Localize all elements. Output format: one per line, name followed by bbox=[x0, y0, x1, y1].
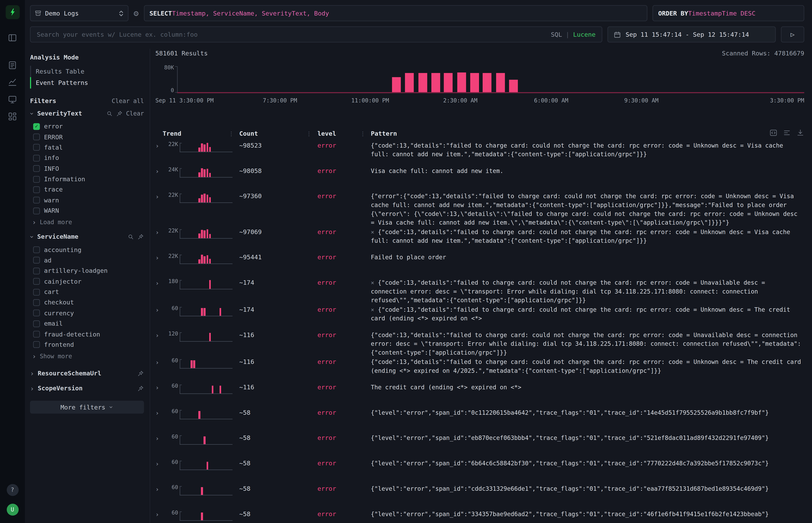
filter-checkbox-item[interactable]: fatal bbox=[30, 142, 144, 152]
table-row[interactable]: › 22K ~95441 error ×Failed to place orde… bbox=[155, 253, 804, 278]
service-group-header[interactable]: › ServiceName bbox=[30, 233, 144, 240]
search-icon[interactable] bbox=[106, 110, 113, 117]
json-view-icon[interactable] bbox=[770, 129, 777, 137]
expand-chevron-icon[interactable]: › bbox=[155, 194, 162, 200]
expand-chevron-icon[interactable]: › bbox=[155, 511, 162, 518]
checkbox[interactable] bbox=[33, 310, 40, 316]
clear-all-link[interactable]: Clear all bbox=[112, 97, 144, 105]
checkbox[interactable] bbox=[33, 289, 40, 295]
filter-checkbox-item[interactable]: email bbox=[30, 318, 144, 329]
table-row[interactable]: › 180 ~174 error ×{"code":13,"details":"… bbox=[155, 278, 804, 305]
table-row[interactable]: › 24K ~98058 error ×Visa cache full: can… bbox=[155, 167, 804, 192]
checkbox[interactable] bbox=[33, 278, 40, 285]
expand-chevron-icon[interactable]: › bbox=[155, 255, 162, 261]
expand-chevron-icon[interactable]: › bbox=[155, 143, 162, 149]
filter-checkbox-item[interactable]: cart bbox=[30, 287, 144, 297]
filter-checkbox-item[interactable]: cainjector bbox=[30, 276, 144, 287]
pin-icon[interactable] bbox=[116, 110, 123, 117]
user-avatar[interactable]: U bbox=[6, 504, 18, 516]
filter-checkbox-item[interactable]: currency bbox=[30, 308, 144, 318]
pin-icon[interactable] bbox=[137, 233, 144, 240]
checkbox[interactable] bbox=[33, 155, 40, 161]
filter-checkbox-item[interactable]: checkout bbox=[30, 297, 144, 308]
filter-checkbox-item[interactable]: error bbox=[30, 121, 144, 132]
expand-chevron-icon[interactable]: › bbox=[155, 410, 162, 416]
filter-checkbox-item[interactable]: INFO bbox=[30, 163, 144, 174]
load-more-link[interactable]: › Load more bbox=[30, 216, 144, 228]
severity-clear-link[interactable]: Clear bbox=[126, 110, 144, 117]
expand-chevron-icon[interactable]: › bbox=[155, 359, 162, 365]
logs-icon[interactable] bbox=[7, 60, 18, 70]
table-row[interactable]: › 60 ~58 error ×{"level":"error","span_i… bbox=[155, 485, 804, 509]
help-button[interactable]: ? bbox=[6, 484, 18, 496]
checkbox[interactable] bbox=[33, 299, 40, 306]
pin-icon[interactable] bbox=[137, 385, 144, 392]
search-icon[interactable] bbox=[127, 233, 134, 240]
settings-gear-icon[interactable]: ⚙ bbox=[134, 9, 139, 17]
filter-checkbox-item[interactable]: WARN bbox=[30, 205, 144, 216]
collapsed-filter-group[interactable]: › ResourceSchemaUrl bbox=[30, 370, 144, 377]
checkbox[interactable] bbox=[33, 123, 40, 130]
table-row[interactable]: › 60 ~116 error ×The credit card (ending… bbox=[155, 383, 804, 408]
table-row[interactable]: › 60 ~58 error ×{"level":"error","span_i… bbox=[155, 409, 804, 433]
source-select[interactable]: Demo Logs bbox=[30, 5, 128, 21]
table-row[interactable]: › 60 ~58 error ×{"level":"error","span_i… bbox=[155, 510, 804, 523]
monitor-icon[interactable] bbox=[7, 94, 18, 105]
checkbox[interactable] bbox=[33, 208, 40, 214]
chart-icon[interactable] bbox=[7, 77, 18, 88]
expand-chevron-icon[interactable]: › bbox=[155, 168, 162, 175]
expand-chevron-icon[interactable]: › bbox=[155, 332, 162, 339]
column-header-trend[interactable]: Trend⋮ bbox=[162, 130, 234, 137]
filter-checkbox-item[interactable]: trace bbox=[30, 184, 144, 195]
checkbox[interactable] bbox=[33, 144, 40, 151]
checkbox[interactable] bbox=[33, 246, 40, 253]
table-row[interactable]: › 60 ~116 error ×{"code":13,"details":"f… bbox=[155, 358, 804, 382]
table-row[interactable]: › 60 ~174 error ×{"code":13,"details":"f… bbox=[155, 305, 804, 330]
expand-chevron-icon[interactable]: › bbox=[155, 229, 162, 235]
checkbox[interactable] bbox=[33, 331, 40, 338]
filter-checkbox-item[interactable]: artillery-loadgen bbox=[30, 266, 144, 276]
column-header-level[interactable]: level⋮ bbox=[312, 130, 366, 137]
filter-checkbox-item[interactable]: Information bbox=[30, 174, 144, 184]
column-header-pattern[interactable]: Pattern bbox=[366, 130, 804, 137]
table-row[interactable]: › 60 ~58 error ×{"level":"error","span_i… bbox=[155, 459, 804, 484]
checkbox[interactable] bbox=[33, 176, 40, 182]
time-range-picker[interactable]: Sep 11 15:47:14 - Sep 12 15:47:14 bbox=[607, 26, 776, 42]
filter-checkbox-item[interactable]: ERROR bbox=[30, 132, 144, 142]
filter-checkbox-item[interactable]: accounting bbox=[30, 245, 144, 255]
filter-checkbox-item[interactable]: warn bbox=[30, 195, 144, 205]
checkbox[interactable] bbox=[33, 186, 40, 193]
run-query-button[interactable]: ▷ bbox=[781, 26, 804, 42]
expand-chevron-icon[interactable]: › bbox=[155, 486, 162, 492]
filter-checkbox-item[interactable]: ad bbox=[30, 255, 144, 266]
sidebar-toggle-icon[interactable] bbox=[7, 33, 18, 43]
mode-event-patterns[interactable]: Event Patterns bbox=[30, 77, 144, 89]
checkbox[interactable] bbox=[33, 268, 40, 274]
filter-checkbox-item[interactable]: info bbox=[30, 153, 144, 163]
table-row[interactable]: › 120 ~116 error ×{"code":13,"details":"… bbox=[155, 331, 804, 357]
lang-toggle-lucene[interactable]: Lucene bbox=[573, 31, 595, 38]
checkbox[interactable] bbox=[33, 165, 40, 172]
expand-chevron-icon[interactable]: › bbox=[155, 307, 162, 313]
expand-chevron-icon[interactable]: › bbox=[155, 280, 162, 286]
collapsed-filter-group[interactable]: › ScopeVersion bbox=[30, 385, 144, 392]
filter-checkbox-item[interactable]: frontend bbox=[30, 340, 144, 350]
checkbox[interactable] bbox=[33, 341, 40, 348]
show-more-link[interactable]: › Show more bbox=[30, 350, 144, 362]
download-icon[interactable] bbox=[796, 129, 804, 137]
column-settings-icon[interactable] bbox=[783, 129, 791, 137]
expand-chevron-icon[interactable]: › bbox=[155, 435, 162, 441]
expand-chevron-icon[interactable]: › bbox=[155, 385, 162, 391]
table-row[interactable]: › 22K ~98523 error ×{"code":13,"details"… bbox=[155, 141, 804, 166]
expand-chevron-icon[interactable]: › bbox=[155, 461, 162, 467]
checkbox[interactable] bbox=[33, 320, 40, 327]
results-histogram[interactable]: 80K 0 Sep 11 3:30:00 PM7:30:00 PM11:00:0… bbox=[155, 66, 804, 105]
histogram-plot[interactable] bbox=[177, 66, 804, 93]
search-input[interactable] bbox=[37, 31, 551, 38]
checkbox[interactable] bbox=[33, 134, 40, 140]
checkbox[interactable] bbox=[33, 257, 40, 264]
mode-results-table[interactable]: Results Table bbox=[30, 66, 144, 77]
severity-group-header[interactable]: › SeverityText Clear bbox=[30, 110, 144, 117]
table-row[interactable]: › 22K ~97069 error ×{"code":13,"details"… bbox=[155, 228, 804, 253]
checkbox[interactable] bbox=[33, 197, 40, 203]
